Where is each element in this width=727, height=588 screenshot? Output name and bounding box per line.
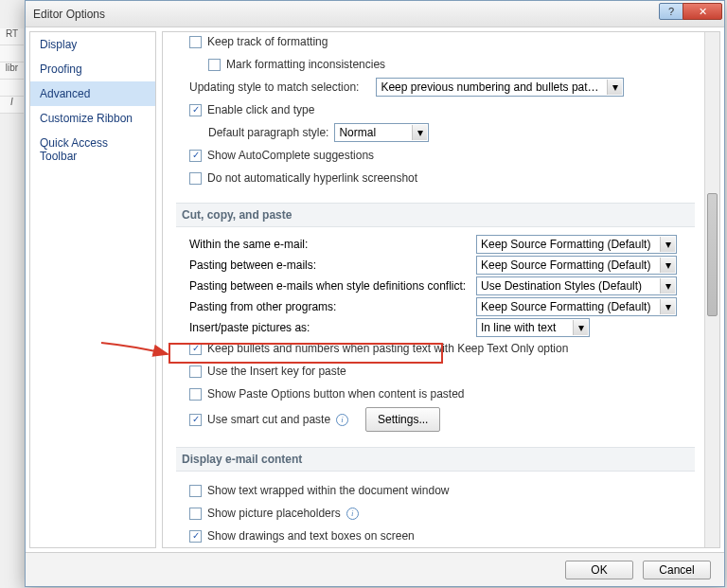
- ok-button[interactable]: OK: [565, 561, 633, 579]
- close-button[interactable]: ✕: [683, 3, 722, 20]
- checkbox-picture-placeholders[interactable]: [189, 508, 202, 520]
- dialog-footer: OK Cancel: [26, 552, 724, 586]
- checkbox-no-auto-hyperlink[interactable]: [189, 172, 202, 185]
- category-sidebar: Display Proofing Advanced Customize Ribb…: [29, 31, 156, 548]
- sidebar-item-display[interactable]: Display: [30, 32, 155, 57]
- select-updating-style[interactable]: Keep previous numbering and bullets patt…: [376, 78, 624, 97]
- sidebar-item-quick-access-toolbar[interactable]: Quick Access Toolbar: [30, 131, 155, 169]
- sidebar-item-customize-ribbon[interactable]: Customize Ribbon: [30, 106, 155, 131]
- label-enable-click-type: Enable click and type: [207, 100, 314, 119]
- select-paste-other[interactable]: Keep Source Formatting (Default)▾: [476, 297, 677, 316]
- label-show-autocomplete: Show AutoComplete suggestions: [207, 146, 374, 165]
- settings-button[interactable]: Settings...: [365, 407, 440, 432]
- label-updating-style: Updating style to match selection:: [189, 78, 359, 97]
- checkbox-mark-inconsistencies: [208, 59, 221, 71]
- checkbox-use-insert-key[interactable]: [189, 365, 202, 378]
- editor-options-dialog: Editor Options ? ✕ Display Proofing Adva…: [25, 0, 725, 587]
- checkbox-keep-track-formatting[interactable]: [189, 36, 202, 48]
- chevron-down-icon: ▾: [660, 299, 675, 314]
- window-title: Editor Options: [33, 8, 105, 21]
- select-paste-within-same[interactable]: Keep Source Formatting (Default)▾: [476, 235, 677, 254]
- sidebar-item-advanced[interactable]: Advanced: [30, 81, 155, 106]
- label-smart-cut-paste: Use smart cut and paste: [207, 410, 330, 429]
- titlebar: Editor Options ? ✕: [26, 1, 724, 27]
- chevron-down-icon: ▾: [660, 237, 675, 252]
- select-paste-conflict[interactable]: Use Destination Styles (Default)▾: [476, 276, 677, 295]
- label-show-paste-options: Show Paste Options button when content i…: [207, 384, 465, 403]
- label-keep-bullets: Keep bullets and numbers when pasting te…: [207, 339, 568, 358]
- label-paste-other: Pasting from other programs:: [189, 298, 476, 315]
- chevron-down-icon: ▾: [607, 80, 622, 95]
- label-paste-within-same: Within the same e-mail:: [189, 236, 476, 253]
- help-button[interactable]: ?: [659, 3, 683, 20]
- chevron-down-icon: ▾: [660, 278, 675, 294]
- select-insert-paste-pictures[interactable]: In line with text▾: [476, 318, 590, 337]
- checkbox-enable-click-type[interactable]: [189, 104, 202, 116]
- label-text-wrapped: Show text wrapped within the document wi…: [207, 481, 449, 500]
- label-drawings-textboxes: Show drawings and text boxes on screen: [207, 526, 415, 545]
- checkbox-smart-cut-paste[interactable]: [189, 414, 202, 426]
- label-default-paragraph-style: Default paragraph style:: [208, 123, 328, 142]
- chevron-down-icon: ▾: [412, 125, 427, 140]
- label-use-insert-key: Use the Insert key for paste: [207, 362, 346, 381]
- chevron-down-icon: ▾: [573, 320, 588, 335]
- scrollbar-thumb[interactable]: [707, 193, 718, 316]
- label-paste-between: Pasting between e-mails:: [189, 257, 476, 274]
- chevron-down-icon: ▾: [660, 258, 675, 273]
- checkbox-show-paste-options[interactable]: [189, 388, 202, 401]
- checkbox-keep-bullets[interactable]: [189, 343, 202, 355]
- sidebar-item-proofing[interactable]: Proofing: [30, 57, 155, 81]
- label-insert-paste-pictures: Insert/paste pictures as:: [189, 319, 476, 336]
- label-keep-track-formatting: Keep track of formatting: [207, 32, 328, 51]
- section-header-cut-copy-paste: Cut, copy, and paste: [176, 203, 695, 227]
- label-paste-conflict: Pasting between e-mails when style defin…: [189, 277, 476, 294]
- checkbox-show-autocomplete[interactable]: [189, 150, 202, 162]
- select-paste-between[interactable]: Keep Source Formatting (Default)▾: [476, 256, 677, 275]
- label-mark-inconsistencies: Mark formatting inconsistencies: [226, 55, 385, 74]
- select-default-paragraph-style[interactable]: Normal ▾: [334, 123, 429, 142]
- label-no-auto-hyperlink: Do not automatically hyperlink screensho…: [207, 169, 417, 187]
- section-header-display-email: Display e-mail content: [176, 447, 695, 472]
- vertical-scrollbar[interactable]: [704, 32, 719, 547]
- info-icon[interactable]: i: [336, 414, 348, 426]
- checkbox-drawings-textboxes[interactable]: [189, 530, 202, 543]
- label-picture-placeholders: Show picture placeholders: [207, 504, 341, 523]
- checkbox-text-wrapped[interactable]: [189, 485, 202, 497]
- options-panel: Keep track of formatting Mark formatting…: [162, 31, 720, 548]
- info-icon[interactable]: i: [346, 508, 359, 520]
- cancel-button[interactable]: Cancel: [643, 561, 711, 579]
